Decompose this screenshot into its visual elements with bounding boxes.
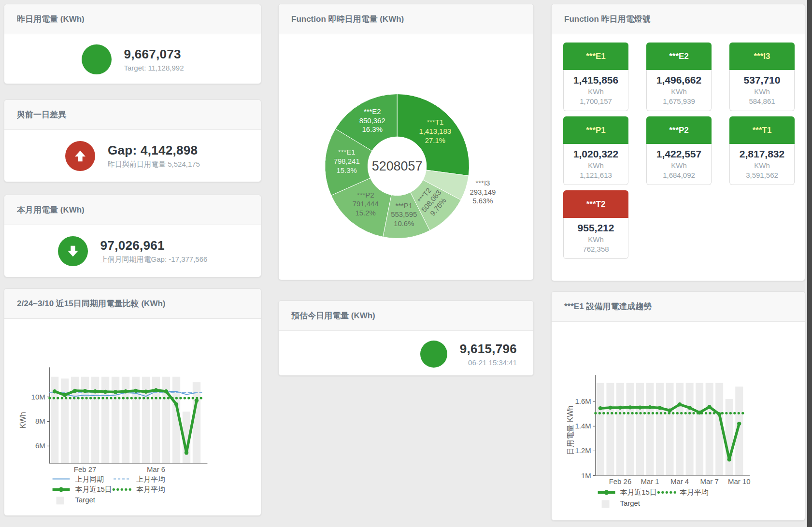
x-tick-label: Mar 6	[147, 465, 165, 473]
legend-label: 本月平均	[680, 488, 709, 496]
scrollbar[interactable]	[807, 0, 812, 527]
tile-value: 2,817,832	[731, 148, 793, 160]
legend-item[interactable]: 本月平均	[114, 485, 165, 493]
data-point	[707, 405, 711, 409]
legend-label: Target	[620, 499, 640, 507]
tile-device-label: ***P1	[563, 116, 628, 144]
month-value: 97,026,961	[100, 238, 208, 253]
target-bar	[676, 383, 684, 476]
target-bar	[646, 383, 654, 476]
target-bar	[193, 382, 200, 463]
x-tick-label: Mar 4	[670, 477, 689, 485]
device-tiles-grid: ***E11,415,856KWh1,700,157***E21,496,662…	[552, 34, 805, 259]
x-tick-label: Mar 10	[728, 477, 751, 485]
legend-item[interactable]: 本月平均	[658, 488, 709, 496]
legend-label: 上月同期	[75, 475, 104, 483]
legend-label: 本月近15日	[620, 488, 656, 496]
arrow-down-icon	[58, 236, 88, 266]
target-bar	[597, 383, 604, 476]
device-tile-t2[interactable]: ***T2955,212KWh762,358	[563, 190, 628, 259]
tile-value: 1,422,557	[648, 148, 710, 160]
target-bar	[706, 383, 713, 476]
estimate-timestamp: 06-21 15:34:41	[460, 358, 517, 367]
yesterday-stat: 9,667,073 Target: 11,128,992	[4, 34, 261, 84]
data-point	[687, 406, 691, 410]
compare-chart[interactable]: 6M8M10MFeb 27Mar 6KWh上月同期上月平均本月近15日本月平均T…	[4, 319, 261, 517]
e1-trend-chart[interactable]: 1M1.2M1.4M1.6MFeb 26Mar 1Mar 4Mar 7Mar 1…	[552, 322, 805, 522]
y-tick-label: 1.4M	[575, 422, 591, 430]
legend-item[interactable]: 本月近15日	[53, 485, 112, 493]
target-bar	[636, 383, 644, 476]
card-today-estimate: 預估今日用電量 (KWh) 9,615,796 06-21 15:34:41	[278, 300, 534, 376]
card-yesterday-usage: 昨日用電量 (KWh) 9,667,073 Target: 11,128,992	[4, 4, 261, 84]
data-point	[103, 390, 107, 394]
device-tile-e1[interactable]: ***E11,415,856KWh1,700,157	[563, 43, 628, 111]
data-point	[638, 405, 642, 409]
legend-item[interactable]: 上月同期	[53, 475, 104, 483]
card-donut-title: Function 即時日用電量 (KWh)	[279, 4, 533, 34]
card-e1-trend: ***E1 設備用電達成趨勢 1M1.2M1.4M1.6MFeb 26Mar 1…	[551, 291, 805, 521]
tile-previous-value: 1,684,092	[648, 171, 710, 179]
tile-device-label: ***T2	[563, 190, 628, 218]
estimate-value: 9,615,796	[460, 342, 517, 356]
tile-unit: KWh	[565, 235, 627, 243]
data-point	[678, 402, 682, 406]
legend-item[interactable]: 本月近15日	[598, 488, 657, 496]
card-realtime-donut: Function 即時日用電量 (KWh) ***T11,413,18327.1…	[278, 4, 534, 280]
data-point	[114, 390, 117, 394]
tile-device-label: ***I3	[729, 43, 795, 70]
tile-body: 1,422,557KWh1,684,092	[646, 144, 712, 185]
data-point	[53, 389, 57, 393]
data-point	[154, 388, 158, 392]
tile-previous-value: 3,591,562	[731, 171, 793, 179]
device-tile-p1[interactable]: ***P11,020,322KWh1,121,613	[563, 116, 628, 185]
target-bar	[616, 383, 624, 476]
data-point	[83, 389, 87, 393]
data-point	[727, 457, 731, 461]
x-tick-label: Feb 26	[609, 477, 632, 485]
card-estimate-title: 預估今日用電量 (KWh)	[279, 301, 533, 331]
card-day-gap-title: 與前一日差異	[4, 100, 261, 130]
data-point	[618, 406, 622, 410]
tile-value: 1,020,322	[565, 148, 627, 160]
tile-body: 2,817,832KWh3,591,562	[729, 144, 795, 185]
data-point	[628, 405, 632, 409]
device-tile-t1[interactable]: ***T12,817,832KWh3,591,562	[729, 116, 795, 185]
tile-previous-value: 1,700,157	[565, 97, 627, 105]
legend-item[interactable]: Target	[602, 499, 641, 508]
tile-previous-value: 1,675,939	[648, 97, 710, 105]
tile-body: 955,212KWh762,358	[563, 218, 628, 259]
target-bar	[606, 383, 614, 476]
target-bar	[696, 383, 703, 476]
data-point	[668, 409, 671, 413]
device-tile-i3[interactable]: ***I3537,710KWh584,861	[729, 43, 795, 111]
tile-device-label: ***E1	[563, 43, 628, 70]
target-bar	[686, 383, 694, 476]
device-tile-e2[interactable]: ***E21,496,662KWh1,675,939	[646, 43, 712, 111]
tile-unit: KWh	[731, 161, 793, 170]
yesterday-value: 9,667,073	[124, 47, 184, 62]
y-tick-label: 1M	[581, 471, 591, 480]
tile-device-label: ***P2	[646, 116, 712, 144]
estimate-stat: 9,615,796 06-21 15:34:41	[279, 331, 533, 377]
card-yesterday-title: 昨日用電量 (KWh)	[4, 4, 261, 34]
tile-unit: KWh	[731, 87, 793, 96]
device-tile-p2[interactable]: ***P21,422,557KWh1,684,092	[646, 116, 712, 185]
data-point	[658, 406, 662, 410]
card-month-usage: 本月用電量 (KWh) 97,026,961 上個月同期用電Gap: -17,3…	[4, 195, 261, 277]
data-point	[598, 406, 602, 410]
data-point	[737, 422, 741, 426]
legend-label: 本月平均	[136, 485, 165, 493]
legend-item[interactable]: 上月平均	[114, 475, 165, 483]
tile-body: 1,020,322KWh1,121,613	[563, 144, 628, 185]
month-stat: 97,026,961 上個月同期用電Gap: -17,377,566	[4, 225, 261, 277]
target-bar	[101, 377, 109, 464]
legend-item[interactable]: Target	[57, 496, 96, 504]
realtime-donut-chart[interactable]: ***T11,413,18327.1%***I3293,1495.63%***T…	[279, 34, 533, 281]
tile-unit: KWh	[648, 87, 710, 96]
donut-center-total: 5208057	[372, 159, 423, 173]
legend-label: Target	[75, 496, 95, 504]
target-bar	[666, 383, 674, 476]
data-point	[93, 389, 97, 393]
yesterday-target: Target: 11,128,992	[124, 64, 184, 72]
